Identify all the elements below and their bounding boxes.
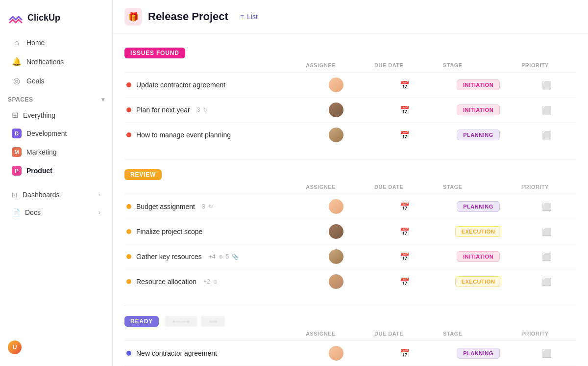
due-date-cell[interactable]: 📅 [370,80,439,90]
sidebar-item-dashboards-label: Dashboards [23,191,60,199]
stage-badge: INITIATION [457,79,500,90]
stage-cell[interactable]: PLANNING [439,348,517,359]
spaces-chevron-icon[interactable]: ▾ [101,96,105,103]
task-name[interactable]: New contractor agreement [136,349,217,357]
spaces-section-header: Spaces ▾ [0,90,112,106]
task-name-cell: Resource allocation +2 ⊚ [124,278,302,286]
task-name[interactable]: Resource allocation [136,278,196,286]
task-name[interactable]: Budget assignment [136,203,195,210]
stage-cell[interactable]: INITIATION [439,105,517,115]
priority-cell: ⬜ [517,202,576,211]
due-date-cell[interactable]: 📅 [370,202,439,211]
stage-badge: PLANNING [457,201,499,212]
priority-cell: ⬜ [517,277,576,287]
ready-toolbar-btn-2: ⟹ [201,316,225,327]
stage-cell[interactable]: INITIATION [439,79,517,90]
task-name[interactable]: Gather key resources [136,253,202,261]
sidebar-item-everything-label: Everything [23,111,55,119]
task-name[interactable]: Finalize project scope [136,228,202,235]
assignee-cell [302,199,370,214]
sidebar-item-marketing[interactable]: M Marketing [4,143,108,161]
table-row: Budget assignment 3 ↻ 📅 PLANNING ⬜ [124,194,576,219]
refresh-icon: ↻ [203,106,208,113]
section-divider [124,159,576,159]
stage-cell[interactable]: PLANNING [439,130,517,140]
section-issues-found: ISSUES FOUND ASSIGNEE DUE DATE STAGE PRI… [124,42,576,147]
task-name[interactable]: How to manage event planning [136,131,231,139]
sidebar-item-docs[interactable]: 📄 Docs › [4,204,108,221]
avatar [329,346,343,361]
priority-icon: ⬜ [542,277,552,287]
table-row: New contractor agreement 📅 PLANNING ⬜ [124,341,576,366]
view-tab-list[interactable]: ≡ List [234,10,264,24]
stage-badge: EXECUTION [455,276,502,287]
stage-badge: INITIATION [457,251,500,262]
sidebar-item-product-label: Product [26,167,52,175]
task-name[interactable]: Update contractor agreement [136,81,225,89]
task-status-dot [126,107,131,112]
task-status-dot [126,132,131,137]
due-date-cell[interactable]: 📅 [370,277,439,287]
task-name-cell: New contractor agreement [124,349,302,357]
development-badge: D [12,129,22,138]
due-date-cell[interactable]: 📅 [370,105,439,115]
task-meta: +2 ⊚ [203,278,218,285]
sidebar-item-goals[interactable]: ◎ Goals [4,72,108,90]
task-name[interactable]: Plan for next year [136,106,190,114]
task-status-dot [126,229,131,234]
user-avatar[interactable]: U [8,340,22,354]
priority-icon: ⬜ [542,349,552,358]
content-area: ISSUES FOUND ASSIGNEE DUE DATE STAGE PRI… [113,34,588,366]
col-assignee: ASSIGNEE [302,184,370,190]
task-name-cell: Plan for next year 3 ↻ [124,106,302,114]
task-count: 3 [197,106,200,113]
calendar-icon: 📅 [400,277,410,287]
sidebar-item-everything[interactable]: ⊞ Everything [4,106,108,124]
due-date-cell[interactable]: 📅 [370,252,439,261]
calendar-icon: 📅 [400,349,410,358]
sidebar-item-notifications[interactable]: 🔔 Notifications [4,52,108,71]
paperclip-icon: 📎 [232,254,239,260]
task-name-cell: Gather key resources +4 ⊚ 5 📎 [124,253,302,261]
task-status-dot [126,351,131,356]
priority-icon: ⬜ [542,202,552,211]
section-ready: READY ⟵⟶ ⟹ ASSIGNEE DUE DATE STAGE PRIOR… [124,314,576,366]
table-row: Resource allocation +2 ⊚ 📅 EXECUTION ⬜ [124,269,576,294]
stage-cell[interactable]: EXECUTION [439,226,517,237]
stage-badge: INITIATION [457,105,500,115]
due-date-cell[interactable]: 📅 [370,227,439,236]
priority-icon: ⬜ [542,131,552,140]
priority-icon: ⬜ [542,80,552,90]
due-date-cell[interactable]: 📅 [370,349,439,358]
col-priority: PRIORITY [517,62,576,68]
spaces-label: Spaces [8,96,33,103]
dashboards-chevron-icon: › [98,191,100,198]
sidebar-item-notifications-label: Notifications [26,58,64,66]
table-row: Plan for next year 3 ↻ 📅 INITIATION ⬜ [124,98,576,123]
stage-cell[interactable]: INITIATION [439,251,517,262]
col-stage: STAGE [439,331,517,337]
sidebar-item-development[interactable]: D Development [4,125,108,142]
col-stage: STAGE [439,184,517,190]
app-logo[interactable]: ClickUp [0,6,112,33]
stage-badge: EXECUTION [455,226,502,237]
home-icon: ⌂ [12,38,22,47]
docs-chevron-icon: › [98,209,100,216]
sidebar-item-product[interactable]: P Product [4,162,108,180]
stage-cell[interactable]: EXECUTION [439,276,517,287]
calendar-icon: 📅 [400,252,410,261]
sidebar-item-dashboards[interactable]: ⊡ Dashboards › [4,186,108,203]
sidebar-item-home[interactable]: ⌂ Home [4,34,108,52]
priority-icon: ⬜ [542,227,552,236]
task-meta: 3 ↻ [197,106,208,113]
section-label-review: REVIEW [124,169,162,180]
view-tab-label: List [247,13,258,21]
due-date-cell[interactable]: 📅 [370,131,439,140]
task-status-dot [126,254,131,259]
task-status-dot [126,279,131,284]
refresh-icon: ↻ [208,203,213,210]
stage-cell[interactable]: PLANNING [439,201,517,212]
stage-badge: PLANNING [457,130,499,140]
col-assignee: ASSIGNEE [302,62,370,68]
sidebar-item-development-label: Development [26,130,67,137]
